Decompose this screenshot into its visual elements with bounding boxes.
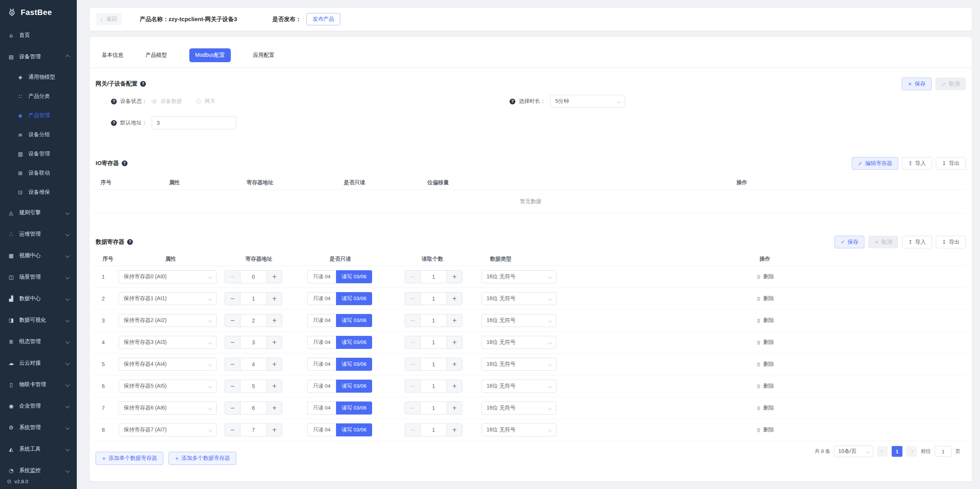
data-type-select[interactable]: 16位 无符号 — [482, 401, 556, 415]
readwrite-option-button[interactable]: 读写 03/06 — [336, 380, 372, 393]
decrement-button[interactable]: − — [405, 424, 420, 436]
increment-button[interactable]: + — [447, 358, 462, 370]
help-icon[interactable]: ? — [111, 99, 117, 104]
delete-button[interactable]: 删除 — [756, 295, 774, 302]
decrement-button[interactable]: − — [405, 314, 420, 327]
decrement-button[interactable]: − — [225, 358, 240, 370]
increment-button[interactable]: + — [267, 292, 282, 305]
decrement-button[interactable]: − — [405, 336, 420, 349]
readonly-option-button[interactable]: 只读 04 — [307, 292, 336, 305]
increment-button[interactable]: + — [447, 314, 462, 327]
increment-button[interactable]: + — [267, 271, 282, 283]
attribute-select[interactable]: 保持寄存器0 (AI0) — [119, 270, 217, 283]
sidebar-item[interactable]: ∷ 产品分类 — [0, 87, 77, 106]
data-type-select[interactable]: 16位 无符号 — [482, 423, 556, 436]
attribute-select[interactable]: 保持寄存器7 (AI7) — [119, 423, 217, 436]
read-count-value[interactable]: 1 — [420, 292, 447, 305]
readonly-option-button[interactable]: 只读 04 — [307, 423, 336, 436]
decrement-button[interactable]: − — [225, 424, 240, 436]
readonly-option-button[interactable]: 只读 04 — [307, 358, 336, 371]
sidebar-item[interactable]: ◈ 通用物模型 — [0, 68, 77, 87]
register-address-value[interactable]: 6 — [240, 402, 267, 414]
read-count-value[interactable]: 1 — [420, 336, 447, 349]
data-type-select[interactable]: 16位 无符号 — [482, 358, 556, 371]
readonly-option-button[interactable]: 只读 04 — [307, 380, 336, 393]
sidebar-item[interactable]: ≡ 设备分组 — [0, 125, 77, 144]
readwrite-option-button[interactable]: 读写 03/06 — [336, 358, 372, 371]
data-type-select[interactable]: 16位 无符号 — [482, 270, 556, 283]
increment-button[interactable]: + — [267, 380, 282, 392]
version-row[interactable]: ⊙ v2.8.0 — [7, 478, 28, 484]
sidebar-group[interactable]: ◨ 数据可视化 — [0, 309, 77, 331]
decrement-button[interactable]: − — [225, 292, 240, 305]
readonly-option-button[interactable]: 只读 04 — [307, 270, 336, 283]
data-cancel-button[interactable]: × 取消 — [868, 236, 898, 248]
delete-button[interactable]: 删除 — [756, 361, 774, 368]
increment-button[interactable]: + — [447, 271, 462, 283]
add-single-register-button[interactable]: + 添加单个数据寄存器 — [96, 452, 163, 465]
read-count-value[interactable]: 1 — [420, 424, 447, 436]
sidebar-group[interactable]: ◉ 企业管理 — [0, 395, 77, 417]
add-multiple-registers-button[interactable]: + 添加多个数据寄存器 — [169, 452, 236, 465]
gateway-save-button[interactable]: × 保存 — [902, 78, 932, 90]
decrement-button[interactable]: − — [405, 358, 420, 370]
attribute-select[interactable]: 保持寄存器4 (AI4) — [119, 358, 217, 371]
sidebar-group[interactable]: ▯ 物联卡管理 — [0, 374, 77, 395]
attribute-select[interactable]: 保持寄存器3 (AI3) — [119, 336, 217, 349]
increment-button[interactable]: + — [267, 336, 282, 349]
decrement-button[interactable]: − — [405, 380, 420, 392]
increment-button[interactable]: + — [447, 402, 462, 414]
decrement-button[interactable]: − — [225, 402, 240, 414]
increment-button[interactable]: + — [447, 336, 462, 349]
register-address-value[interactable]: 1 — [240, 292, 267, 305]
readwrite-option-button[interactable]: 读写 03/06 — [336, 314, 372, 327]
data-type-select[interactable]: 16位 无符号 — [482, 314, 556, 327]
delete-button[interactable]: 删除 — [756, 426, 774, 433]
help-icon[interactable]: ? — [510, 99, 515, 104]
help-icon[interactable]: ? — [111, 120, 117, 126]
register-address-value[interactable]: 5 — [240, 380, 267, 392]
help-icon[interactable]: ? — [140, 81, 146, 87]
read-count-value[interactable]: 1 — [420, 314, 447, 327]
readonly-option-button[interactable]: 只读 04 — [307, 314, 336, 327]
sidebar-group[interactable]: ◭ 系统工具 — [0, 438, 77, 460]
sidebar-group[interactable]: ☁ 云云对接 — [0, 352, 77, 374]
increment-button[interactable]: + — [447, 292, 462, 305]
gateway-cancel-button[interactable]: 取消 — [935, 78, 966, 90]
read-count-value[interactable]: 1 — [420, 380, 447, 392]
readwrite-option-button[interactable]: 读写 03/06 — [336, 270, 372, 283]
readwrite-option-button[interactable]: 读写 03/06 — [336, 292, 372, 305]
io-export-button[interactable]: ↧ 导出 — [936, 157, 966, 170]
delete-button[interactable]: 删除 — [756, 317, 774, 324]
tab-app-config[interactable]: 应用配置 — [253, 48, 275, 62]
data-type-select[interactable]: 16位 无符号 — [482, 336, 556, 349]
decrement-button[interactable]: − — [225, 271, 240, 283]
data-save-button[interactable]: ✓ 保存 — [834, 236, 864, 248]
register-address-value[interactable]: 2 — [240, 314, 267, 327]
back-button[interactable]: 返回 — [96, 13, 122, 25]
sidebar-group[interactable]: ◬ 规则引擎 — [0, 202, 77, 223]
sidebar-item[interactable]: ◆ 产品管理 — [0, 106, 77, 125]
increment-button[interactable]: + — [267, 402, 282, 414]
sidebar-item[interactable]: ▥ 设备管理 — [0, 144, 77, 164]
readwrite-option-button[interactable]: 读写 03/06 — [336, 423, 372, 436]
attribute-select[interactable]: 保持寄存器2 (AI2) — [119, 314, 217, 327]
delete-button[interactable]: 删除 — [756, 383, 774, 390]
data-export-button[interactable]: ↧ 导出 — [936, 236, 966, 248]
sidebar-group[interactable]: ▦ 视频中心 — [0, 245, 77, 266]
decrement-button[interactable]: − — [225, 380, 240, 392]
register-address-value[interactable]: 4 — [240, 358, 267, 370]
attribute-select[interactable]: 保持寄存器1 (AI1) — [119, 292, 217, 305]
delete-button[interactable]: 删除 — [756, 405, 774, 411]
register-address-value[interactable]: 0 — [240, 271, 267, 283]
sidebar-item[interactable]: ⊞ 设备联动 — [0, 164, 77, 183]
sidebar-item[interactable]: ⊡ 设备维保 — [0, 183, 77, 202]
readwrite-option-button[interactable]: 读写 03/06 — [336, 336, 372, 349]
help-icon[interactable]: ? — [122, 160, 127, 166]
increment-button[interactable]: + — [447, 424, 462, 436]
read-count-value[interactable]: 1 — [420, 271, 447, 283]
sidebar-group[interactable]: ▟ 数据中心 — [0, 288, 77, 309]
data-import-button[interactable]: ↥ 导入 — [902, 236, 932, 248]
sidebar-group[interactable]: ≣ 组态管理 — [0, 331, 77, 352]
sidebar-group[interactable]: ∴ 运维管理 — [0, 223, 77, 245]
